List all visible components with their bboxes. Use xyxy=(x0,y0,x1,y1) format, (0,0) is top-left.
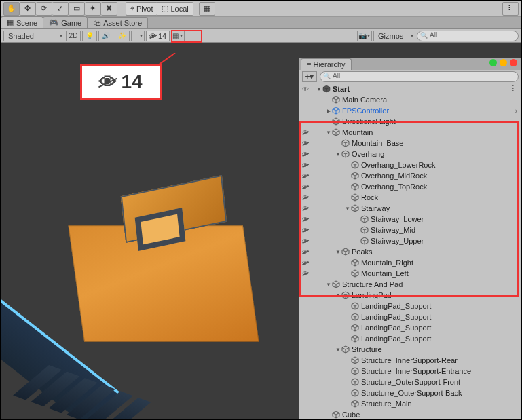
audio-toggle[interactable]: 🔊 xyxy=(98,31,113,41)
foldout-toggle[interactable]: ▼ xyxy=(335,347,341,353)
visibility-hidden-icon[interactable]: 👁 xyxy=(299,205,312,212)
foldout-toggle[interactable]: ▶ xyxy=(325,108,332,114)
gameobject-icon xyxy=(341,248,350,256)
scale-tool[interactable]: ⤢ xyxy=(52,2,69,16)
visibility-icon[interactable]: 👁 xyxy=(299,85,312,93)
pivot-toggle[interactable]: ⌖ Pivot xyxy=(126,2,157,16)
row-menu-icon[interactable]: ⠇ xyxy=(511,84,517,94)
visibility-hidden-icon[interactable]: 👁 xyxy=(299,129,312,136)
hierarchy-item-label: FPSController xyxy=(342,107,389,115)
rect-tool[interactable]: ▭ xyxy=(69,2,85,16)
hierarchy-row[interactable]: ▼Structure xyxy=(299,344,521,355)
hierarchy-row[interactable]: 👁Mountain_Left xyxy=(299,268,521,279)
hand-tool[interactable]: ✋ xyxy=(3,2,20,16)
visibility-hidden-icon[interactable]: 👁 xyxy=(299,227,312,234)
grid-dropdown[interactable]: ▦ xyxy=(171,31,185,41)
visibility-hidden-icon[interactable]: 👁 xyxy=(299,248,312,256)
hierarchy-row[interactable]: 👁▼Overhang xyxy=(299,149,521,159)
hierarchy-row[interactable]: Structure_OuterSupport-Front xyxy=(299,377,521,387)
visibility-hidden-icon[interactable]: 👁 xyxy=(299,151,312,158)
transform-tool[interactable]: ✦ xyxy=(85,2,101,16)
hierarchy-row[interactable]: 👁▼Start⠇ xyxy=(299,83,521,94)
hierarchy-row[interactable]: 👁▼Peaks xyxy=(299,246,521,257)
hierarchy-row[interactable]: 👁Rock xyxy=(299,192,521,203)
hierarchy-row[interactable]: Cube xyxy=(299,409,521,419)
foldout-toggle[interactable]: ▼ xyxy=(335,249,341,255)
gameobject-icon xyxy=(351,269,359,278)
hierarchy-row[interactable]: 👁Stairway_Upper xyxy=(299,235,521,246)
rotate-tool[interactable]: ⟳ xyxy=(36,2,52,16)
hierarchy-row[interactable]: ▼LandingPad xyxy=(299,290,521,301)
create-button[interactable]: +▾ xyxy=(302,71,317,82)
visibility-hidden-icon[interactable]: 👁 xyxy=(299,259,312,267)
hierarchy-item-label: Overhang_LowerRock xyxy=(361,161,435,169)
visibility-hidden-icon[interactable]: 👁 xyxy=(299,270,312,278)
hierarchy-row[interactable]: Structure_InnerSupport-Rear xyxy=(299,355,521,366)
hierarchy-row[interactable]: LandingPad_Support xyxy=(299,333,521,344)
transform-toolbar: ✋ ✥ ⟳ ⤢ ▭ ✦ ✖ ⌖ Pivot ⬚ Local ▦ ⠇ xyxy=(1,1,521,17)
hierarchy-row[interactable]: 👁Stairway_Mid xyxy=(299,225,521,235)
hierarchy-row[interactable]: LandingPad_Support xyxy=(299,301,521,311)
visibility-hidden-icon[interactable]: 👁 xyxy=(299,216,312,223)
foldout-toggle[interactable]: ▼ xyxy=(335,151,341,157)
visibility-hidden-icon[interactable]: 👁 xyxy=(299,183,312,191)
fx-dropdown[interactable] xyxy=(131,31,145,41)
hierarchy-row[interactable]: ▼Structure And Pad xyxy=(299,279,521,290)
gameobject-icon xyxy=(341,291,350,299)
shading-dropdown[interactable]: Shaded xyxy=(3,31,64,41)
foldout-toggle[interactable]: ▼ xyxy=(316,86,322,92)
hierarchy-row[interactable]: 👁▼Stairway xyxy=(299,203,521,214)
hierarchy-row[interactable]: ▶FPSController› xyxy=(299,105,521,116)
hierarchy-row[interactable]: LandingPad_Support xyxy=(299,311,521,322)
tab-scene[interactable]: ▦Scene xyxy=(1,16,43,28)
gizmos-dropdown[interactable]: Gizmos xyxy=(373,31,415,41)
hierarchy-row[interactable]: 👁Overhang_MidRock xyxy=(299,170,521,181)
visibility-hidden-icon[interactable]: 👁 xyxy=(299,172,312,180)
tab-game[interactable]: 🎮Game xyxy=(43,16,88,28)
hidden-objects-counter[interactable]: 👁 14 xyxy=(146,31,170,41)
panel-menu-icon[interactable]: ⠇ xyxy=(502,2,519,16)
visibility-hidden-icon[interactable]: 👁 xyxy=(299,194,312,202)
toggle-2d[interactable]: 2D xyxy=(66,31,81,41)
hierarchy-row[interactable]: 👁Overhang_LowerRock xyxy=(299,159,521,170)
hierarchy-row[interactable]: Directional Light xyxy=(299,116,521,127)
fx-toggle[interactable]: ✨ xyxy=(115,31,130,41)
tab-hierarchy[interactable]: ≡ Hierarchy xyxy=(301,58,352,70)
gameobject-icon xyxy=(360,237,369,245)
hierarchy-tree[interactable]: 👁▼Start⠇Main Camera▶FPSController›Direct… xyxy=(299,83,521,419)
snap-toggle[interactable]: ▦ xyxy=(199,2,215,16)
foldout-toggle[interactable]: ▼ xyxy=(335,292,341,299)
visibility-hidden-icon[interactable]: 👁 xyxy=(299,237,312,245)
hierarchy-item-label: Mountain_Right xyxy=(361,259,413,267)
foldout-toggle[interactable]: ▼ xyxy=(325,130,332,136)
foldout-toggle[interactable]: ▼ xyxy=(344,206,351,212)
hierarchy-row[interactable]: 👁Mountain_Right xyxy=(299,257,521,268)
hierarchy-item-label: Rock xyxy=(361,193,378,202)
traffic-green-icon[interactable] xyxy=(489,59,497,66)
prefab-open-icon[interactable]: › xyxy=(515,107,517,115)
tab-asset-store[interactable]: 🛍Asset Store xyxy=(87,17,148,28)
hierarchy-row[interactable]: Structurre_OuterSupport-Back xyxy=(299,387,521,398)
custom-tool[interactable]: ✖ xyxy=(101,2,117,16)
hierarchy-row[interactable]: Main Camera xyxy=(299,94,521,105)
traffic-red-icon[interactable] xyxy=(510,59,517,66)
foldout-toggle[interactable]: ▼ xyxy=(325,282,332,288)
hierarchy-row[interactable]: Structure_InnerSupport-Entrance xyxy=(299,366,521,377)
local-toggle[interactable]: ⬚ Local xyxy=(157,2,193,16)
hierarchy-row[interactable]: 👁▼Mountain xyxy=(299,127,521,138)
hierarchy-row[interactable]: 👁Mountain_Base xyxy=(299,138,521,149)
visibility-hidden-icon[interactable]: 👁 xyxy=(299,161,312,169)
light-toggle[interactable]: 💡 xyxy=(82,31,97,41)
hierarchy-row[interactable]: Structure_Main xyxy=(299,398,521,409)
hierarchy-item-label: Structure_InnerSupport-Entrance xyxy=(361,367,471,375)
hierarchy-row[interactable]: 👁Overhang_TopRock xyxy=(299,181,521,192)
camera-dropdown[interactable]: 📷 xyxy=(357,31,372,41)
gameobject-icon xyxy=(332,411,340,419)
visibility-hidden-icon[interactable]: 👁 xyxy=(299,140,312,147)
move-tool[interactable]: ✥ xyxy=(20,2,36,16)
hierarchy-search[interactable]: All xyxy=(320,71,519,82)
hierarchy-row[interactable]: LandingPad_Support xyxy=(299,322,521,333)
traffic-yellow-icon[interactable] xyxy=(500,59,507,66)
scene-search[interactable]: All xyxy=(417,31,519,41)
hierarchy-row[interactable]: 👁Stairway_Lower xyxy=(299,214,521,225)
